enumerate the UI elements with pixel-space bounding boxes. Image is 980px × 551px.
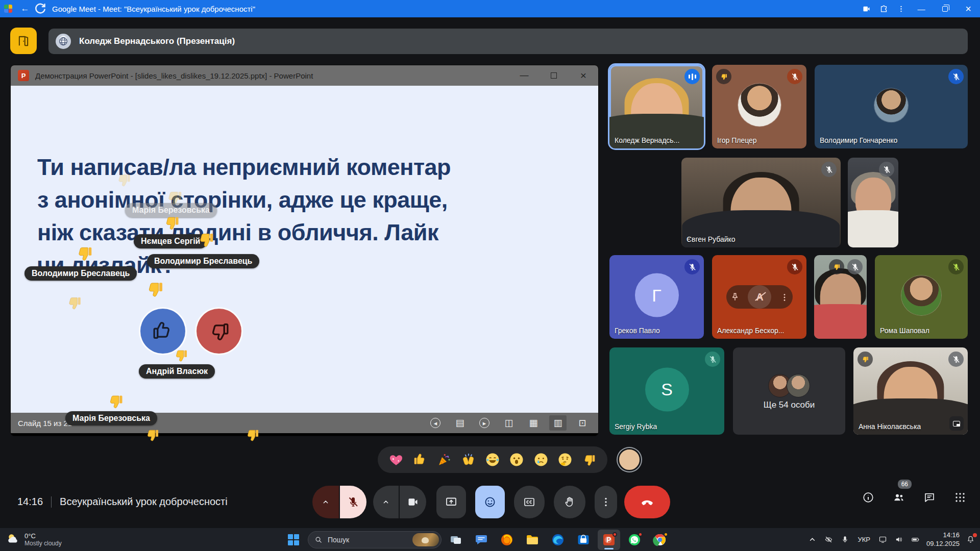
weather-widget[interactable]: 0°C Mostly cloudy — [6, 532, 62, 548]
powerpoint-titlebar[interactable]: P Демонстрация PowerPoint - [slides_like… — [11, 65, 598, 86]
mic-muted-icon — [879, 162, 894, 177]
tray-battery-icon[interactable] — [910, 534, 921, 545]
clock-time: 14:16 — [926, 531, 960, 540]
remove-from-view-icon[interactable]: A — [748, 285, 771, 309]
presenter-bar[interactable]: Коледж Вернадського (Презентація) — [48, 29, 968, 54]
camera-button[interactable] — [400, 486, 426, 518]
tile-more-options-icon[interactable] — [779, 292, 789, 302]
taskbar-chat-icon[interactable] — [470, 530, 493, 550]
apps-grid-icon[interactable] — [953, 491, 967, 504]
menu-dots-icon[interactable] — [892, 3, 910, 15]
svg-text:P: P — [606, 536, 611, 544]
participant-tile[interactable]: Коледж Вернадсь... — [609, 65, 704, 148]
reactions-toggle-button[interactable] — [475, 486, 505, 518]
tray-privacy-icon[interactable] — [823, 534, 834, 545]
participant-tile[interactable] — [814, 255, 867, 339]
restore-button[interactable] — [933, 0, 957, 17]
participant-name: Рома Шаповал — [880, 327, 929, 335]
participant-tile[interactable]: Ігор Плецер — [712, 65, 806, 148]
pp-minimize-button[interactable]: — — [509, 65, 539, 86]
search-placeholder: Пошук — [328, 536, 412, 544]
mic-muted-icon — [948, 259, 964, 274]
back-icon[interactable]: ← — [17, 1, 33, 16]
pp-maximize-button[interactable] — [539, 65, 569, 86]
participant-initial: S — [645, 367, 689, 411]
tray-cast-icon[interactable] — [877, 534, 889, 545]
participant-tile[interactable]: Євген Рубайко — [681, 158, 841, 247]
tray-chevron-up-icon[interactable] — [806, 534, 818, 545]
notes-view-icon[interactable]: ▤ — [451, 415, 469, 431]
next-slide-icon[interactable]: ▸ — [476, 415, 493, 431]
participant-tile[interactable] — [848, 158, 898, 247]
start-button[interactable] — [282, 530, 305, 550]
thinking-face-reaction-button[interactable] — [556, 451, 574, 468]
participant-tile[interactable]: ГГреков Павло — [609, 255, 704, 339]
taskbar-edge-icon[interactable] — [547, 530, 569, 550]
sparkling-heart-reaction-button[interactable] — [387, 451, 405, 468]
mic-options-chevron[interactable] — [312, 486, 339, 518]
language-indicator[interactable]: УКР — [855, 536, 872, 543]
mic-muted-button[interactable] — [340, 486, 366, 518]
normal-view-icon[interactable]: ◫ — [500, 415, 518, 431]
raise-hand-button[interactable] — [554, 486, 585, 518]
camera-indicator-icon[interactable] — [857, 3, 875, 15]
end-call-button[interactable] — [624, 486, 670, 518]
meeting-name: Всеукраїнський урок доброчесності — [60, 496, 228, 508]
taskbar-task-view-icon[interactable] — [445, 530, 467, 550]
clock-text: 14:16 — [17, 496, 43, 508]
taskbar-chrome-icon[interactable] — [649, 530, 671, 550]
clapping-hands-reaction-button[interactable] — [460, 451, 477, 468]
more-options-button[interactable] — [595, 486, 617, 518]
face-with-tears-of-joy-reaction-button[interactable] — [484, 451, 501, 468]
taskbar-powerpoint-icon[interactable]: P — [598, 530, 620, 550]
present-button[interactable] — [436, 486, 466, 518]
prev-slide-icon[interactable]: ◂ — [427, 415, 444, 431]
participant-tile[interactable]: Володимир Гончаренко — [815, 65, 968, 148]
extensions-icon[interactable] — [875, 3, 892, 15]
people-icon[interactable]: 66 — [892, 491, 905, 504]
taskbar-clock[interactable]: 14:1609.12.2025 — [926, 531, 960, 548]
refresh-icon[interactable] — [33, 1, 48, 16]
skin-tone-button[interactable] — [618, 448, 641, 471]
meet-app-icon — [4, 5, 12, 13]
participant-tile[interactable]: Анна Ніколаєвська — [853, 347, 968, 435]
door-exit-icon[interactable] — [10, 28, 37, 54]
pin-icon[interactable] — [730, 292, 740, 302]
participant-tile[interactable]: Ще 54 особи — [733, 347, 845, 435]
search-highlight-image[interactable] — [412, 533, 439, 546]
tray-volume-icon[interactable] — [894, 534, 905, 545]
taskbar-store-icon[interactable] — [572, 530, 595, 550]
camera-options-chevron[interactable] — [373, 486, 399, 518]
slideshow-view-icon[interactable]: ⊡ — [574, 415, 591, 431]
participant-name: Анна Ніколаєвська — [859, 422, 921, 431]
participant-tile[interactable]: Рома Шаповал — [875, 255, 968, 339]
participant-tile[interactable]: SSergiy Rybka — [609, 347, 724, 435]
captions-button[interactable] — [514, 486, 545, 518]
taskbar-firefox-icon[interactable] — [496, 530, 518, 550]
reading-view-icon[interactable]: ▥ — [549, 415, 567, 431]
info-icon[interactable] — [862, 491, 875, 504]
minimize-button[interactable]: — — [910, 0, 933, 17]
party-popper-reaction-button[interactable] — [435, 451, 453, 468]
powerpoint-icon: P — [18, 70, 29, 81]
slide-canvas: Ти написав/ла неприємний коментарз аноні… — [11, 86, 598, 413]
participant-name: Коледж Вернадсь... — [615, 136, 679, 144]
like-icon — [140, 309, 185, 354]
tile-hover-controls: A — [726, 285, 793, 309]
pp-close-button[interactable]: × — [569, 65, 598, 86]
chat-icon[interactable] — [923, 491, 936, 504]
close-button[interactable]: × — [957, 0, 980, 17]
participant-avatar — [738, 84, 781, 127]
tray-microphone-icon[interactable] — [839, 534, 850, 545]
notification-bell-icon[interactable] — [965, 534, 976, 545]
picture-in-picture-icon[interactable] — [949, 416, 964, 431]
thumbs-down-reaction-button[interactable] — [580, 451, 598, 468]
taskbar-whatsapp-icon[interactable] — [623, 530, 646, 550]
taskbar-file-explorer-icon[interactable] — [521, 530, 544, 550]
crying-face-reaction-button[interactable] — [532, 451, 550, 468]
grid-view-icon[interactable]: ▦ — [525, 415, 542, 431]
participant-tile[interactable]: AАлександр Бескор... — [712, 255, 806, 339]
astonished-face-reaction-button[interactable] — [508, 451, 525, 468]
thumbs-up-reaction-button[interactable] — [411, 451, 429, 468]
search-input[interactable]: Пошук — [308, 531, 442, 548]
